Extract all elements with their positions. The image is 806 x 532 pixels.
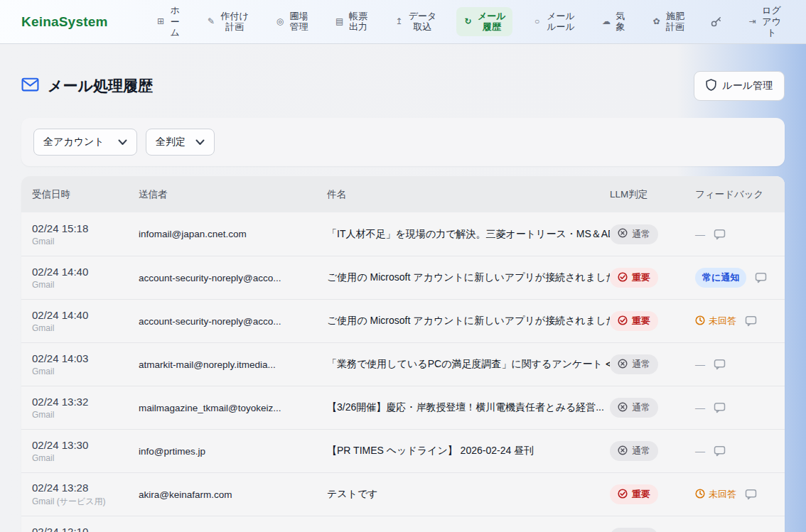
account-filter-select[interactable]: 全アカウント <box>33 129 137 156</box>
received-datetime: 02/24 14:40 <box>32 266 139 278</box>
table-row[interactable]: 02/24 13:30 Gmail info@prtimes.jp 【PR TI… <box>21 429 785 472</box>
top-nav: KeinaSystem ⊞ ホ ー ム ✎ 作付け 計画 ◎ 圃場 管理 ▤ 帳… <box>0 0 806 44</box>
llm-verdict-badge: 重要 <box>610 311 658 331</box>
sender-email: akira@keinafarm.com <box>139 489 327 500</box>
feedback-unanswered-label: 未回答 <box>709 488 736 501</box>
llm-verdict-badge: 重要 <box>610 484 658 504</box>
received-datetime: 02/24 12:10 <box>32 526 139 532</box>
received-datetime: 02/24 14:03 <box>32 352 139 364</box>
nav-item-key[interactable] <box>704 13 728 31</box>
llm-verdict-badge: 重要 <box>610 268 658 288</box>
nav-item-label: メール ルール <box>547 11 575 33</box>
key-icon <box>711 16 721 27</box>
nav-item-label: ログ アウ ト <box>762 5 781 39</box>
nav-item-report-output[interactable]: ▤ 帳票 出力 <box>328 7 374 37</box>
sender-email: infomail@japan.cnet.com <box>139 229 327 239</box>
mail-rules-icon: ○ <box>532 17 542 26</box>
nav-item-field-management[interactable]: ◎ 圃場 管理 <box>268 7 314 37</box>
mail-subject: 【PR TIMES ヘッドライン】 2026-02-24 昼刊 <box>327 445 610 457</box>
table-row[interactable]: 02/24 12:10 Gmail digital@kochinews.jp 四… <box>21 516 785 532</box>
comment-icon[interactable] <box>745 315 757 327</box>
check-circle-icon <box>618 489 628 501</box>
account-label: Gmail <box>32 280 139 290</box>
mail-subject: 「IT人材不足」を現場の力で解決。三菱オートリース・MS＆AD... <box>327 228 610 241</box>
nav-item-label: 圃場 管理 <box>289 11 308 33</box>
account-label: Gmail <box>32 237 139 246</box>
page-title: メール処理履歴 <box>48 76 153 96</box>
shield-icon <box>706 79 716 93</box>
nav-item-label: データ 取込 <box>409 11 437 33</box>
nav-item-mail-rules[interactable]: ○ メール ルール <box>525 7 581 37</box>
nav-item-weather[interactable]: ☁ 気 象 <box>594 7 631 37</box>
nav-item-planting-plan[interactable]: ✎ 作付け 計画 <box>199 7 254 37</box>
weather-icon: ☁ <box>601 17 611 26</box>
table-row[interactable]: 02/24 14:03 Gmail atmarkit-mail@noreply.… <box>21 342 785 386</box>
llm-verdict-label: 通常 <box>632 228 650 241</box>
feedback-empty: — <box>695 402 705 413</box>
mail-history-table: 受信日時送信者件名LLM判定フィードバック 02/24 15:18 Gmail … <box>21 176 785 532</box>
nav-item-logout[interactable]: ⇥ ログ アウ ト <box>741 1 788 43</box>
mail-subject: ご使用の Microsoft アカウントに新しいアプリが接続されました <box>327 315 610 327</box>
llm-verdict-label: 通常 <box>632 358 650 371</box>
table-row[interactable]: 02/24 15:18 Gmail infomail@japan.cnet.co… <box>21 212 785 256</box>
comment-icon[interactable] <box>714 402 726 413</box>
nav-item-mail-history[interactable]: ↻ メール 履歴 <box>456 7 512 37</box>
nav-item-label: メール 履歴 <box>478 11 506 33</box>
llm-verdict-badge: 通常 <box>610 398 658 418</box>
filter-panel: 全アカウント 全判定 <box>21 118 785 166</box>
received-datetime: 02/24 13:32 <box>32 396 139 408</box>
clock-icon <box>695 315 705 327</box>
column-header: 受信日時 <box>32 188 139 201</box>
mail-history-icon: ↻ <box>463 17 473 26</box>
column-header: 送信者 <box>139 188 327 201</box>
nav-item-label: 施肥 計画 <box>666 11 684 33</box>
mail-subject: テストです <box>327 488 610 501</box>
circle-x-icon <box>618 445 628 457</box>
column-header: LLM判定 <box>610 188 695 201</box>
comment-icon[interactable] <box>714 445 726 457</box>
comment-icon[interactable] <box>755 272 767 283</box>
table-header-row: 受信日時送信者件名LLM判定フィードバック <box>21 176 785 212</box>
chevron-down-icon <box>195 136 205 148</box>
account-label: Gmail <box>32 410 139 420</box>
feedback-always-badge: 常に通知 <box>695 268 746 288</box>
feedback-unanswered: 未回答 <box>695 488 736 501</box>
sender-email: account-security-noreply@acco... <box>139 273 327 283</box>
check-circle-icon <box>618 315 628 327</box>
table-row[interactable]: 02/24 14:40 Gmail account-security-norep… <box>21 299 785 342</box>
nav-item-label: 作付け 計画 <box>220 11 248 33</box>
received-datetime: 02/24 14:40 <box>32 309 139 321</box>
nav-item-data-import[interactable]: ↥ データ 取込 <box>387 7 444 37</box>
column-header: フィードバック <box>695 188 778 201</box>
comment-icon[interactable] <box>714 229 726 240</box>
sender-email: info@prtimes.jp <box>139 446 327 457</box>
account-label: Gmail <box>32 323 139 333</box>
llm-verdict-label: 重要 <box>632 271 650 284</box>
mail-icon <box>21 77 39 94</box>
sender-email: atmarkit-mail@noreply.itmedia... <box>139 359 327 370</box>
check-circle-icon <box>618 272 628 284</box>
feedback-empty: — <box>695 445 705 457</box>
account-label: Gmail <box>32 453 139 463</box>
llm-verdict-label: 通常 <box>632 401 650 414</box>
verdict-filter-select[interactable]: 全判定 <box>146 129 215 156</box>
table-row[interactable]: 02/24 13:28 Gmail (サービス用) akira@keinafar… <box>21 472 785 516</box>
circle-x-icon <box>618 402 628 414</box>
table-row[interactable]: 02/24 14:40 Gmail account-security-norep… <box>21 256 785 299</box>
mail-subject: 「業務で使用しているPCの満足度調査」に関するアンケート ≪... <box>327 358 610 371</box>
received-datetime: 02/24 13:30 <box>32 439 139 451</box>
nav-item-fertilizer-plan[interactable]: ✿ 施肥 計画 <box>645 7 691 37</box>
feedback-unanswered-label: 未回答 <box>709 315 736 327</box>
chevron-down-icon <box>118 136 127 148</box>
llm-verdict-badge: 通常 <box>610 441 658 461</box>
comment-icon[interactable] <box>745 489 757 500</box>
comment-icon[interactable] <box>714 359 726 370</box>
rule-management-button[interactable]: ルール管理 <box>694 71 785 101</box>
table-row[interactable]: 02/24 13:32 Gmail mailmagazine_tkmail@to… <box>21 386 785 429</box>
llm-verdict-label: 重要 <box>632 315 650 327</box>
report-output-icon: ▤ <box>334 17 345 26</box>
circle-x-icon <box>618 359 628 371</box>
nav-item-home[interactable]: ⊞ ホ ー ム <box>149 1 186 43</box>
mail-subject: 【3/26開催】慶応・岸教授登壇！横川電機責任者とみる経営... <box>327 401 610 414</box>
received-datetime: 02/24 15:18 <box>32 222 139 234</box>
